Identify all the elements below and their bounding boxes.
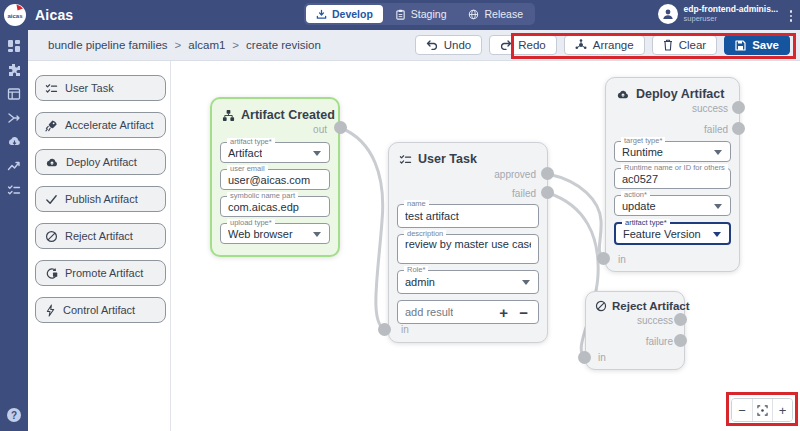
logo-text: aicas (7, 13, 23, 19)
field-label: Runtime name or ID for others (621, 164, 728, 172)
node-palette: User Task Accelerate Artifact Deploy Art… (28, 61, 171, 431)
release-icon (468, 9, 479, 20)
field-target-type[interactable]: target type* Runtime (614, 141, 731, 162)
field-description[interactable]: description review by master use case (397, 234, 539, 264)
clear-button[interactable]: Clear (652, 35, 717, 55)
top-bar: aicas Aicas Develop Staging Release (0, 0, 800, 30)
undo-button[interactable]: Undo (415, 35, 483, 55)
user-menu[interactable]: edp-frontend-adminis... superuser (658, 4, 778, 24)
field-value: user@aicas.com (228, 174, 310, 186)
field-value: Web browser (228, 228, 293, 240)
field-label: Role* (404, 266, 428, 274)
table-icon[interactable] (7, 86, 22, 101)
save-button[interactable]: Save (724, 35, 790, 55)
port-success-reject[interactable] (674, 313, 687, 326)
sitemap-icon (222, 109, 235, 122)
node-title-row: Deploy Artifact (606, 78, 739, 101)
field-label: description (404, 230, 446, 238)
help-icon[interactable]: ? (7, 408, 21, 422)
port-label-in: in (401, 324, 409, 335)
redo-button[interactable]: Redo (489, 35, 557, 55)
field-add-result[interactable]: add result + − (397, 300, 539, 324)
breadcrumb-bar: bundle pipeline families > alcam1 > crea… (28, 30, 800, 61)
add-result-placeholder: add result (405, 306, 453, 318)
arrange-button[interactable]: Arrange (564, 35, 645, 55)
pipeline-canvas[interactable]: Artifact Created out artifact type* Arti… (171, 61, 800, 431)
zoom-controls: − + (731, 398, 793, 422)
pipeline-icon[interactable] (7, 110, 22, 125)
fit-screen-button[interactable] (752, 399, 772, 421)
breadcrumb-item-family[interactable]: alcam1 (188, 39, 225, 51)
port-label-out: out (313, 124, 327, 135)
user-kebab-menu-icon[interactable] (788, 8, 794, 24)
port-in-user-task[interactable] (378, 323, 391, 336)
tab-staging[interactable]: Staging (385, 5, 457, 23)
node-deploy-artifact[interactable]: Deploy Artifact success failed in target… (605, 77, 740, 272)
dashboard-icon[interactable] (7, 38, 22, 53)
zoom-in-button[interactable]: + (772, 399, 792, 421)
dropdown-caret-icon (313, 232, 321, 237)
palette-item-promote-artifact[interactable]: Promote Artifact (35, 260, 166, 286)
palette-item-label: Accelerate Artifact (65, 119, 154, 131)
port-out-artifact-created[interactable] (334, 121, 347, 134)
dropdown-caret-icon (522, 280, 530, 285)
field-runtime-name[interactable]: Runtime name or ID for others ac0527 (614, 168, 731, 189)
tab-release[interactable]: Release (458, 5, 533, 23)
field-artifact-type-focused[interactable]: artifact type* Feature Version (614, 222, 731, 245)
wire-out-to-usertask (341, 128, 385, 330)
fit-screen-icon (757, 405, 768, 416)
tab-develop[interactable]: Develop (306, 5, 383, 23)
activity-icon[interactable] (7, 158, 22, 173)
cloud-download-icon[interactable] (7, 134, 22, 149)
user-avatar-icon (658, 4, 678, 24)
field-label: user email (227, 165, 268, 173)
field-label: target type* (621, 137, 665, 145)
port-label-failure: failure (646, 336, 673, 347)
breadcrumb-item-families[interactable]: bundle pipeline families (48, 39, 168, 51)
breadcrumb-item-page[interactable]: create revision (246, 39, 321, 51)
palette-item-publish-artifact[interactable]: Publish Artifact (35, 186, 166, 212)
zoom-out-button[interactable]: − (732, 399, 752, 421)
breadcrumb: bundle pipeline families > alcam1 > crea… (48, 39, 321, 51)
port-approved-user-task[interactable] (541, 167, 554, 180)
dropdown-caret-icon (714, 204, 722, 209)
palette-item-control-artifact[interactable]: Control Artifact (35, 297, 166, 323)
port-success-deploy[interactable] (732, 101, 745, 114)
add-result-plus-button[interactable]: + (499, 301, 508, 323)
tab-staging-label: Staging (411, 8, 447, 20)
block-icon (595, 300, 607, 312)
puzzle-icon[interactable] (7, 62, 22, 77)
node-artifact-created[interactable]: Artifact Created out artifact type* Arti… (210, 97, 340, 257)
field-role[interactable]: Role* admin (397, 270, 539, 294)
cloud-icon (616, 88, 630, 101)
field-user-email[interactable]: user email user@aicas.com (220, 169, 330, 190)
field-label: artifact type* (227, 138, 275, 146)
palette-item-reject-artifact[interactable]: Reject Artifact (35, 223, 166, 249)
save-label: Save (752, 39, 779, 51)
add-result-minus-button[interactable]: − (519, 301, 528, 323)
field-value: update (622, 200, 656, 212)
port-failed-deploy[interactable] (732, 122, 745, 135)
left-icon-rail: ? (0, 30, 28, 431)
dropdown-caret-icon (713, 232, 721, 237)
port-label-in: in (618, 254, 626, 265)
field-artifact-type[interactable]: artifact type* Artifact (220, 142, 330, 163)
field-symbolic-name-part[interactable]: symbolic name part com.aicas.edp (220, 196, 330, 217)
redo-label: Redo (518, 39, 546, 51)
field-action[interactable]: action* update (614, 195, 731, 216)
port-failed-user-task[interactable] (541, 186, 554, 199)
node-title: User Task (418, 152, 477, 166)
palette-item-label: Publish Artifact (65, 193, 138, 205)
field-name[interactable]: name test artifact (397, 204, 539, 228)
node-reject-artifact[interactable]: Reject Artifact success failure in (585, 291, 685, 370)
palette-item-user-task[interactable]: User Task (35, 75, 166, 101)
port-in-reject[interactable] (578, 351, 591, 364)
undo-icon (426, 40, 438, 50)
checklist-icon[interactable] (7, 182, 22, 197)
node-user-task[interactable]: User Task approved failed in name test a… (388, 142, 548, 343)
palette-item-deploy-artifact[interactable]: Deploy Artifact (35, 149, 166, 175)
port-in-deploy[interactable] (597, 252, 610, 265)
field-upload-type[interactable]: upload type* Web browser (220, 223, 330, 244)
palette-item-accelerate-artifact[interactable]: Accelerate Artifact (35, 112, 166, 138)
port-failure-reject[interactable] (674, 334, 687, 347)
